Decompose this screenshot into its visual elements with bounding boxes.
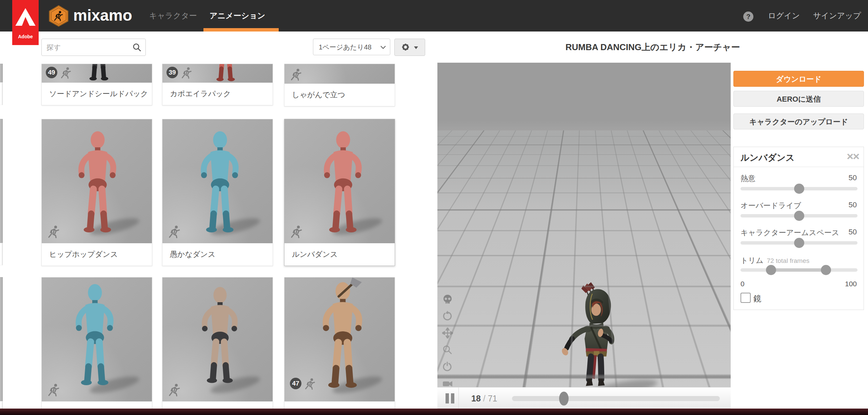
card-label: しゃがんで立つ [284,84,395,106]
running-man-icon [60,67,72,79]
slider-handle[interactable] [794,238,804,248]
mixamo-app: mixamo キャラクター アニメーション ? ログイン サインアップ Adob… [0,0,868,415]
timeline-slider[interactable] [512,396,720,401]
animation-card-selected[interactable]: ルンバダンス [284,119,395,266]
animation-card[interactable]: 49 ソードアンドシールドパック [41,64,152,105]
animation-card[interactable]: ゾンビディフェンス [162,277,273,415]
trim-end-handle[interactable] [821,265,831,275]
player-bar: 18 / 71 [437,387,731,409]
character-3d-viewer[interactable] [437,63,731,387]
camera-icon[interactable] [442,378,453,387]
login-link[interactable]: ログイン [768,0,800,32]
slider-label: 熱意 [741,173,755,184]
animation-card[interactable]: 愚かなダンス [162,119,273,266]
animation-settings-panel: ルンバダンス ×× 熱意 50 オーバードライブ 50 キャラクターアームスペー… [733,147,864,310]
trim-min: 0 [741,280,745,288]
slider-value: 50 [849,201,857,209]
animation-card[interactable]: 39 カポエイラパック [162,64,273,105]
mirror-checkbox[interactable] [741,293,751,303]
gear-caret-icon [414,46,418,49]
slider-track[interactable] [741,241,857,245]
skull-icon[interactable] [442,294,453,305]
card-label: 愚かなダンス [162,243,273,266]
page-size-select[interactable]: 1ページあたり48 [313,39,390,55]
mannequin-figure [188,128,252,235]
viewer-toolbar [442,294,454,387]
running-man-icon [168,225,181,238]
divider [458,388,459,410]
panel-title: ルンバダンス [741,152,795,164]
active-tab-underline [203,28,279,32]
running-man-icon [168,383,181,397]
animation-card[interactable]: しゃがんで立つ [284,64,395,106]
search-box [41,39,146,56]
adobe-logo[interactable]: Adobe [12,0,39,45]
tab-animations[interactable]: アニメーション [210,0,265,32]
mannequin-figure [311,128,375,235]
character-model[interactable] [553,282,641,387]
download-button[interactable]: ダウンロード [733,71,864,87]
upload-character-button[interactable]: キャラクターのアップロード [733,113,864,129]
overdrive-slider-track[interactable] [741,187,857,190]
pan-move-icon[interactable] [442,328,453,338]
timeline-handle[interactable] [559,392,569,406]
slider-handle[interactable] [794,211,804,221]
tab-characters[interactable]: キャラクター [149,0,197,32]
settings-gear-button[interactable] [394,39,425,56]
pack-count-badge: 47 [290,378,301,389]
trim-label-row: トリム72 total frames [741,255,809,266]
trim-frames-note: 72 total frames [767,257,810,264]
cutoff-card-sliver [0,401,3,409]
cutoff-card-sliver [0,119,3,243]
trim-max: 100 [845,280,857,288]
close-icons[interactable]: ×× [847,150,859,163]
pack-count-badge: 39 [166,67,178,78]
slider-handle[interactable] [794,184,804,194]
zoom-icon[interactable] [442,345,453,355]
pause-button[interactable] [442,390,458,407]
slider-value: 50 [849,228,857,236]
trim-label: トリム [741,256,764,265]
running-man-icon [181,67,193,79]
frame-counter: 18 / 71 [471,388,497,410]
running-man-icon [290,225,303,238]
signup-link[interactable]: サインアップ [813,0,861,32]
reset-rotate-icon[interactable] [442,311,453,321]
trim-start-handle[interactable] [766,265,776,275]
mixamo-wordmark[interactable]: mixamo [73,6,132,24]
card-label: ルンバダンス [284,243,395,266]
adobe-label: Adobe [12,34,39,39]
card-label: カポエイラパック [162,83,273,105]
trim-range-track[interactable] [741,268,857,272]
help-icon[interactable]: ? [743,12,753,22]
slider-label: オーバードライブ [741,201,801,211]
frame-total: 71 [488,394,497,403]
mannequin-figure [190,282,251,387]
search-input[interactable] [42,39,134,56]
slider-value: 50 [849,173,857,182]
cutoff-card-sliver [0,243,3,265]
viewer-title: RUMBA DANCING上のエリカ・アーチャー [437,32,868,63]
cutoff-card-sliver [0,82,3,105]
mannequin-figure [65,128,130,235]
running-man-icon [47,225,61,238]
cutoff-card-sliver [0,277,3,401]
cutoff-card-sliver [0,64,3,82]
mixamo-logo-icon[interactable] [48,5,69,27]
page-size-value: 1ページあたり48 [319,43,372,51]
slider-track[interactable] [741,214,857,217]
animation-card[interactable]: ヒップホップダンス [41,119,152,266]
bottom-strip [0,409,868,415]
animation-card[interactable]: 47 プロ近接アックスパック [284,277,395,415]
animation-card[interactable]: うれしそうなジャンプ [41,277,152,415]
pack-count-badge: 49 [46,67,57,78]
card-label: ヒップホップダンス [42,243,152,266]
send-to-aero-button[interactable]: AEROに送信 [733,91,864,107]
mirror-label: 鏡 [753,293,761,304]
frame-separator: / [483,394,486,403]
top-navbar: mixamo キャラクター アニメーション ? ログイン サインアップ [0,0,868,32]
running-man-icon [304,378,316,390]
mannequin-figure [63,281,127,388]
power-icon[interactable] [442,361,453,372]
slider-label: キャラクターアームスペース [741,228,839,238]
